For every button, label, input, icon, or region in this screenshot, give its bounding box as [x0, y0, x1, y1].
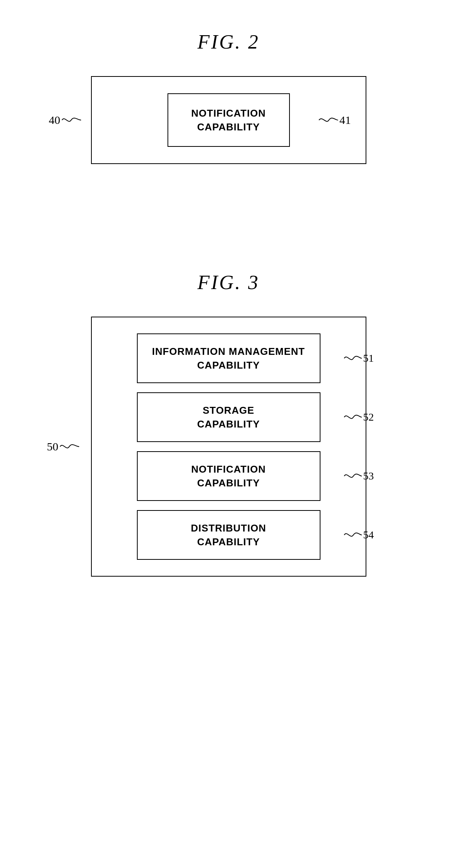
fig3-label-51: 51: [363, 352, 374, 364]
fig2-outer-box: NOTIFICATIONCAPABILITY 41: [91, 76, 366, 164]
fig3-connector-51-icon: [344, 354, 362, 363]
fig3-outer-box: INFORMATION MANAGEMENTCAPABILITY 51 STO: [91, 317, 366, 577]
fig3-text-52: STORAGECAPABILITY: [197, 403, 260, 431]
fig3-text-54: DISTRIBUTIONCAPABILITY: [191, 521, 266, 549]
fig2-title: FIG. 2: [197, 31, 260, 53]
fig2-diagram: 40 NOTIFICATIONCAPABILITY: [57, 76, 401, 164]
fig3-inner-box-51: INFORMATION MANAGEMENTCAPABILITY: [137, 333, 320, 383]
fig3-text-53: NOTIFICATIONCAPABILITY: [191, 462, 266, 490]
fig3-row-52: STORAGECAPABILITY 52: [137, 392, 320, 442]
fig3-connector-52-icon: [344, 413, 362, 422]
page-container: FIG. 2 40 NOTIFICATIONCAPABILITY: [0, 0, 457, 868]
fig3-label-53: 53: [363, 470, 374, 482]
fig3-label-54: 54: [363, 529, 374, 541]
fig3-connector-54-icon: [344, 530, 362, 540]
fig2-connector-40-icon: [62, 115, 81, 125]
fig3-diagram: 50 INFORMATION MANAGEMENTCAPABILITY: [57, 317, 401, 577]
fig3-label-52-group: 52: [344, 411, 374, 423]
fig3-label-50: 50: [47, 440, 59, 453]
fig3-label-54-group: 54: [344, 529, 374, 541]
fig2-inner-box: NOTIFICATIONCAPABILITY: [168, 93, 290, 147]
fig3-row-54: DISTRIBUTIONCAPABILITY 54: [137, 510, 320, 560]
fig3-inner-box-53: NOTIFICATIONCAPABILITY: [137, 451, 320, 501]
fig2-label-41-group: 41: [319, 114, 351, 127]
fig3-section: FIG. 3 50 INFORMATION MANAGEMENTCAPABILI…: [0, 271, 457, 577]
fig3-label-52: 52: [363, 411, 374, 423]
fig2-notification-capability-text: NOTIFICATIONCAPABILITY: [191, 106, 266, 134]
fig3-inner-box-54: DISTRIBUTIONCAPABILITY: [137, 510, 320, 560]
fig2-label-40: 40: [49, 114, 60, 127]
fig3-label-53-group: 53: [344, 470, 374, 482]
fig3-row-51: INFORMATION MANAGEMENTCAPABILITY 51: [137, 333, 320, 383]
fig3-inner-box-52: STORAGECAPABILITY: [137, 392, 320, 442]
fig3-connector-53-icon: [344, 471, 362, 481]
fig3-label-51-group: 51: [344, 352, 374, 364]
fig3-text-51: INFORMATION MANAGEMENTCAPABILITY: [152, 345, 305, 372]
fig3-title: FIG. 3: [197, 271, 260, 294]
fig2-label-41: 41: [340, 114, 351, 127]
fig2-label-40-group: 40: [49, 114, 81, 127]
fig2-section: FIG. 2 40 NOTIFICATIONCAPABILITY: [0, 31, 457, 164]
fig3-label-50-group: 50: [47, 440, 79, 453]
fig3-connector-50-icon: [60, 442, 79, 451]
fig2-connector-41-icon: [319, 115, 338, 125]
fig3-outer-wrapper: 50 INFORMATION MANAGEMENTCAPABILITY: [91, 317, 366, 577]
fig3-row-53: NOTIFICATIONCAPABILITY 53: [137, 451, 320, 501]
fig2-outer-wrapper: 40 NOTIFICATIONCAPABILITY: [91, 76, 366, 164]
